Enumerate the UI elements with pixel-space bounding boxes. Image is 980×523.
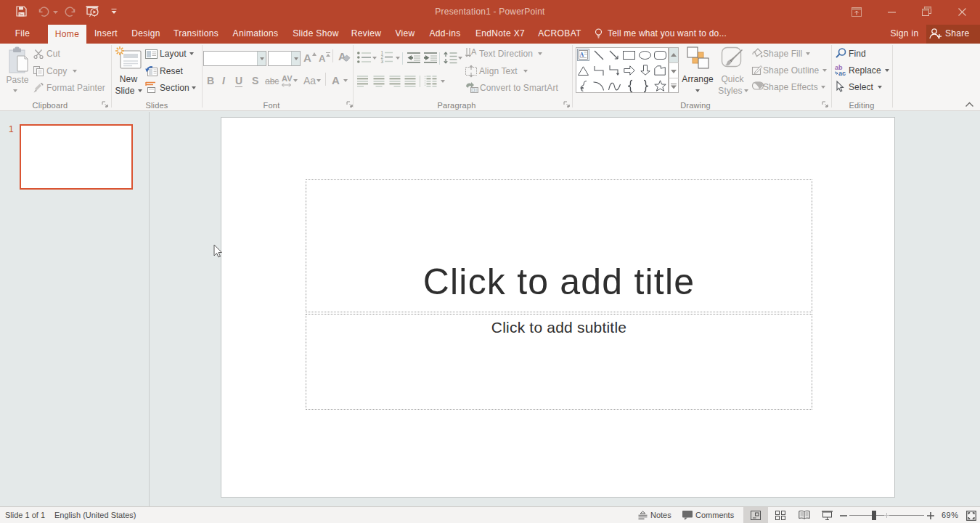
svg-text:A: A <box>471 47 477 56</box>
svg-text:A: A <box>580 52 584 58</box>
svg-text:ac: ac <box>838 70 846 77</box>
svg-text:3: 3 <box>381 59 384 64</box>
